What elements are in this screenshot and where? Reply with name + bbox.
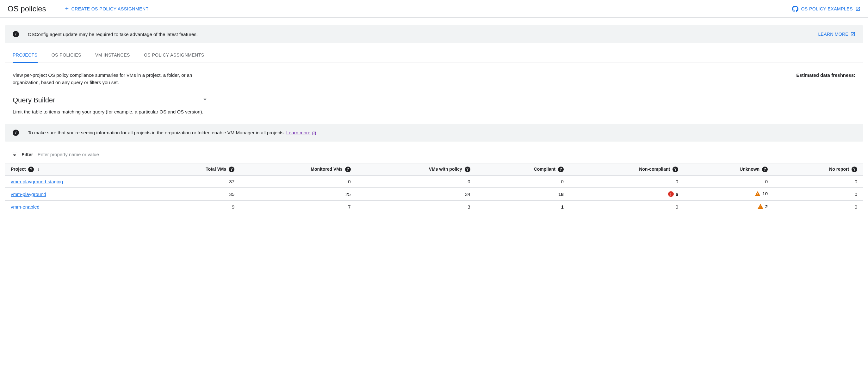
tab-vm-instances[interactable]: VM INSTANCES	[95, 48, 130, 63]
col-project[interactable]: Project ?↓	[5, 163, 149, 176]
external-icon	[850, 32, 855, 37]
learn-more-link[interactable]: Learn more	[286, 130, 311, 135]
help-icon[interactable]: ?	[762, 167, 768, 172]
tab-os-policy-assignments[interactable]: OS POLICY ASSIGNMENTS	[144, 48, 204, 63]
projects-table: Project ?↓Total VMs ?Monitored VMs ?VMs …	[5, 163, 863, 213]
table-row: vmm-playground35253418! 6 100	[5, 188, 863, 201]
project-link[interactable]: vmm-playground-staging	[11, 179, 63, 184]
learn-more-link[interactable]: LEARN MORE	[818, 32, 855, 37]
banner-text: OSConfig agent update may be required to…	[28, 32, 198, 37]
learn-more-label: LEARN MORE	[818, 32, 848, 37]
col-total-vms[interactable]: Total VMs ?	[149, 163, 240, 176]
help-icon[interactable]: ?	[851, 167, 857, 172]
create-assignment-button[interactable]: CREATE OS POLICY ASSIGNMENT	[65, 5, 148, 12]
filter-input[interactable]	[37, 151, 857, 158]
external-icon	[855, 6, 860, 11]
col-vms-with-policy[interactable]: VMs with policy ?	[356, 163, 476, 176]
plus-icon	[65, 5, 69, 12]
page-title: OS policies	[8, 4, 46, 13]
os-policy-examples-button[interactable]: OS POLICY EXAMPLES	[792, 6, 860, 12]
col-unknown[interactable]: Unknown ?	[684, 163, 773, 176]
projects-description: View per-project OS policy compliance su…	[13, 72, 203, 86]
help-icon[interactable]: ?	[28, 167, 34, 172]
help-icon[interactable]: ?	[558, 167, 564, 172]
table-row: vmm-playground-staging37000000	[5, 176, 863, 188]
project-link[interactable]: vmm-enabled	[11, 204, 39, 210]
external-icon	[312, 130, 316, 135]
info-icon: i	[13, 130, 19, 136]
help-icon[interactable]: ?	[229, 167, 235, 172]
col-monitored-vms[interactable]: Monitored VMs ?	[240, 163, 356, 176]
query-builder-description: Limit the table to items matching your q…	[13, 109, 855, 114]
warning-icon	[757, 204, 763, 209]
col-non-compliant[interactable]: Non-compliant ?	[569, 163, 684, 176]
tab-projects[interactable]: PROJECTS	[13, 48, 38, 63]
col-compliant[interactable]: Compliant ?	[476, 163, 569, 176]
info-icon: i	[13, 31, 19, 37]
osconfig-update-banner: i OSConfig agent update may be required …	[5, 25, 863, 43]
filter-bar: Filter	[5, 145, 863, 163]
vm-manager-enable-banner: i To make sure that you're seeing inform…	[5, 124, 863, 142]
chevron-down-icon[interactable]	[201, 96, 209, 105]
banner2-text: To make sure that you're seeing informat…	[28, 130, 316, 135]
github-icon	[792, 6, 798, 12]
col-no-report[interactable]: No report ?	[773, 163, 863, 176]
warning-icon	[755, 191, 761, 196]
project-link[interactable]: vmm-playground	[11, 192, 46, 197]
tab-os-policies[interactable]: OS POLICIES	[52, 48, 81, 63]
examples-label: OS POLICY EXAMPLES	[801, 6, 853, 11]
help-icon[interactable]: ?	[673, 167, 678, 172]
tabs: PROJECTSOS POLICIESVM INSTANCESOS POLICY…	[5, 48, 863, 63]
page-header: OS policies CREATE OS POLICY ASSIGNMENT …	[0, 0, 868, 18]
filter-label: Filter	[22, 152, 33, 157]
filter-icon	[11, 151, 18, 158]
sort-down-icon[interactable]: ↓	[37, 167, 39, 172]
error-icon: !	[668, 191, 674, 197]
freshness-label: Estimated data freshness:	[796, 72, 855, 86]
query-builder-title: Query Builder	[13, 96, 55, 104]
create-label: CREATE OS POLICY ASSIGNMENT	[71, 6, 149, 11]
help-icon[interactable]: ?	[465, 167, 470, 172]
help-icon[interactable]: ?	[345, 167, 351, 172]
table-row: vmm-enabled97310 20	[5, 200, 863, 213]
